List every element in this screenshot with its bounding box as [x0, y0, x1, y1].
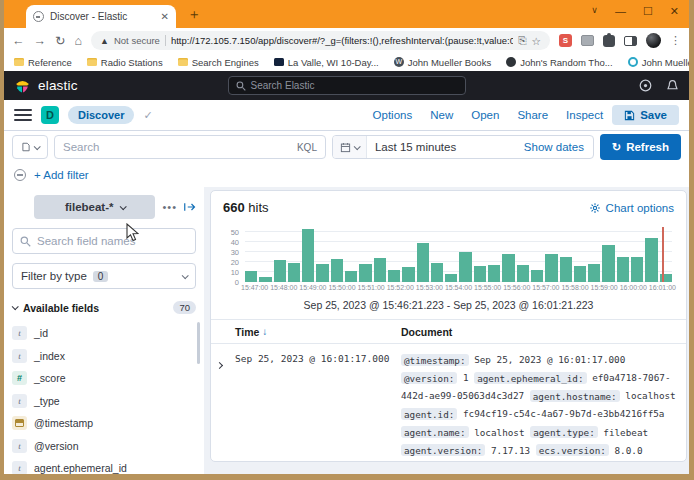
menu-action-open[interactable]: Open — [471, 109, 499, 121]
index-pattern-options-icon[interactable]: ••• — [162, 201, 177, 213]
field-item[interactable]: @timestamp — [12, 412, 196, 435]
field-item[interactable]: t_type — [12, 390, 196, 413]
histogram-bar[interactable] — [431, 263, 443, 282]
reload-icon[interactable]: ↻ — [55, 33, 65, 48]
help-icon[interactable] — [639, 79, 652, 92]
histogram-bar[interactable] — [631, 257, 643, 282]
global-search-input[interactable]: Search Elastic — [228, 76, 466, 95]
space-badge[interactable]: D — [41, 106, 59, 124]
menu-action-inspect[interactable]: Inspect — [566, 109, 603, 121]
new-tab-button[interactable]: ＋ — [187, 7, 201, 21]
filter-set-icon[interactable] — [14, 169, 26, 181]
histogram-bar[interactable] — [531, 270, 543, 282]
histogram-bar[interactable] — [417, 243, 429, 282]
tab-close-icon[interactable]: ✕ — [161, 11, 169, 22]
add-filter-link[interactable]: + Add filter — [34, 169, 89, 181]
window-minimize-icon[interactable]: — — [615, 5, 626, 18]
doc-field-badge[interactable]: agent.ephemeral_id: — [474, 372, 586, 384]
field-item[interactable]: #_score — [12, 367, 196, 390]
histogram-bar[interactable] — [374, 258, 386, 282]
histogram-bar[interactable] — [602, 245, 614, 282]
home-icon[interactable]: ⌂ — [74, 34, 82, 48]
url-text[interactable]: http://172.105.7.150/app/discover#/?_g=(… — [171, 35, 513, 46]
histogram-bar[interactable] — [474, 266, 486, 282]
histogram-bar[interactable] — [588, 264, 600, 282]
bookmark-item[interactable]: John Mueller Books... — [628, 57, 689, 68]
doc-field-badge[interactable]: agent.version: — [401, 444, 485, 456]
date-picker[interactable]: Last 15 minutes Show dates — [332, 135, 594, 159]
filter-by-type-select[interactable]: Filter by type 0 — [12, 263, 196, 289]
window-close-icon[interactable]: ✕ — [670, 5, 679, 18]
field-item[interactable]: t_id — [12, 322, 196, 345]
time-column-header[interactable]: Time ↓ — [235, 326, 401, 338]
histogram-bar[interactable] — [502, 254, 514, 282]
histogram-bar[interactable] — [517, 265, 529, 282]
table-row[interactable]: Sep 25, 2023 @ 16:01:17.000@timestamp: S… — [211, 344, 686, 462]
sort-desc-icon[interactable]: ↓ — [262, 326, 267, 337]
index-pattern-selector[interactable]: filebeat-* — [34, 195, 155, 219]
menu-action-share[interactable]: Share — [517, 109, 548, 121]
available-fields-header[interactable]: Available fields 70 — [12, 301, 196, 314]
show-dates-link[interactable]: Show dates — [524, 141, 593, 153]
chart-options-link[interactable]: Chart options — [589, 202, 674, 214]
histogram-bar[interactable] — [288, 263, 300, 282]
histogram-bar[interactable] — [345, 271, 357, 282]
share-icon[interactable]: ⎘ — [518, 34, 526, 47]
calendar-menu-button[interactable] — [333, 136, 367, 158]
doc-field-badge[interactable]: agent.type: — [530, 426, 598, 438]
bookmark-item[interactable]: Reference — [14, 57, 72, 68]
kql-label[interactable]: KQL — [297, 142, 317, 153]
hits-histogram[interactable]: 50403020100 15:47:0015:48:0015:49:0015:5… — [221, 227, 676, 295]
url-bar[interactable]: ▲ Not secure http://172.105.7.150/app/di… — [91, 31, 550, 50]
histogram-bar[interactable] — [388, 270, 400, 282]
menu-action-options[interactable]: Options — [373, 109, 413, 121]
histogram-bar[interactable] — [560, 257, 572, 282]
histogram-bar[interactable] — [488, 265, 500, 282]
not-secure-warning-icon[interactable]: ▲ — [100, 36, 109, 46]
kql-search-input[interactable]: Search KQL — [54, 135, 326, 159]
forward-icon[interactable]: → — [34, 34, 47, 48]
histogram-bar[interactable] — [259, 277, 271, 282]
bookmark-star-icon[interactable]: ☆ — [532, 35, 541, 47]
doc-field-badge[interactable]: @timestamp: — [401, 354, 469, 366]
expand-row-icon[interactable] — [217, 351, 235, 462]
field-item[interactable]: t@version — [12, 435, 196, 458]
breadcrumb[interactable]: Discover — [68, 106, 134, 124]
histogram-bar[interactable] — [302, 229, 314, 282]
extensions-puzzle-icon[interactable] — [603, 35, 615, 47]
histogram-bar[interactable] — [459, 252, 471, 282]
histogram-bar[interactable] — [574, 266, 586, 282]
browser-tab[interactable]: Discover - Elastic ✕ — [26, 5, 176, 28]
sidebar-scrollbar[interactable] — [197, 322, 200, 364]
histogram-bar[interactable] — [402, 267, 414, 282]
field-search-input[interactable]: Search field names — [12, 228, 196, 254]
time-range-value[interactable]: Last 15 minutes — [367, 141, 524, 153]
histogram-bar[interactable] — [617, 257, 629, 282]
extension-shield-icon[interactable]: S — [559, 34, 572, 47]
window-maximize-icon[interactable]: ☐ — [643, 5, 653, 18]
field-item[interactable]: tagent.ephemeral_id — [12, 457, 196, 474]
bookmark-item[interactable]: Search Engines — [178, 57, 259, 68]
bookmark-item[interactable]: Radio Stations — [87, 57, 163, 68]
doc-field-badge[interactable]: agent.hostname: — [530, 390, 620, 402]
histogram-bar[interactable] — [316, 264, 328, 282]
window-menu-icon[interactable]: ∨ — [591, 5, 598, 18]
browser-menu-icon[interactable]: ⋮ — [670, 34, 681, 47]
histogram-bar[interactable] — [645, 238, 657, 282]
doc-field-badge[interactable]: ecs.version: — [536, 444, 609, 456]
bookmark-item[interactable]: La Valle, WI 10-Day... — [274, 57, 379, 68]
side-panel-icon[interactable] — [624, 36, 637, 46]
histogram-bar[interactable] — [331, 259, 343, 282]
elastic-logo[interactable]: elastic — [14, 77, 78, 94]
histogram-bar[interactable] — [445, 274, 457, 282]
doc-field-badge[interactable]: @version: — [401, 372, 457, 384]
profile-avatar[interactable] — [646, 33, 661, 48]
bookmark-item[interactable]: John's Random Tho... — [506, 57, 612, 68]
doc-field-badge[interactable]: agent.name: — [401, 426, 469, 438]
histogram-bar[interactable] — [545, 254, 557, 282]
extension-capture-icon[interactable] — [581, 35, 594, 46]
saved-query-menu-button[interactable] — [12, 135, 48, 159]
save-button[interactable]: Save — [612, 105, 679, 125]
refresh-button[interactable]: ↻ Refresh — [600, 134, 681, 160]
menu-action-new[interactable]: New — [430, 109, 453, 121]
